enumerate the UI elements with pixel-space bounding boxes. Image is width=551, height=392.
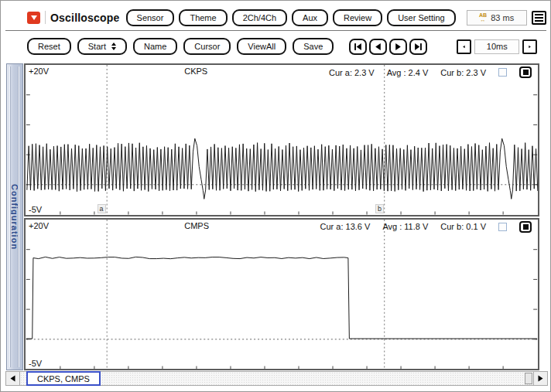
charts-stack: +20V CKPS Cur a: 2.3 V Avg : 2.4 V Cur b…: [24, 63, 539, 370]
configuration-label: Configuration: [10, 184, 19, 250]
cursor-b-label[interactable]: b: [375, 204, 384, 213]
divider: [45, 11, 46, 24]
oscilloscope-window: Oscilloscope Sensor Theme 2Ch/4Ch Aux Re…: [0, 0, 551, 392]
app-logo-icon[interactable]: [27, 12, 40, 24]
cursor-button[interactable]: Cursor: [183, 38, 231, 55]
arrow-left-icon: [10, 375, 15, 382]
record-nav-group: [349, 39, 427, 55]
readouts-row: Cur a: 2.3 V Avg : 2.4 V Cur b: 2.3 V: [329, 66, 532, 78]
cursor-b-readout: Cur b: 0.1 V: [440, 222, 486, 231]
user-setting-button[interactable]: User Setting: [387, 9, 456, 26]
timebase-group: 10ms: [457, 39, 537, 54]
down-triangle-icon: [31, 15, 37, 20]
step-back-icon: [374, 43, 382, 51]
theme-button[interactable]: Theme: [179, 9, 227, 26]
step-forward-icon: [394, 43, 402, 51]
arrow-right-icon: [529, 43, 531, 51]
cmps-waveform-plot[interactable]: [26, 220, 538, 370]
cursor-a-readout: Cur a: 2.3 V: [329, 68, 375, 77]
skip-first-icon: [354, 43, 362, 51]
y-min-label: -5V: [29, 205, 42, 214]
horizontal-scrollbar: CKPS, CMPS: [5, 371, 548, 386]
channel-checkbox[interactable]: [498, 68, 507, 77]
active-channels-label: CKPS, CMPS: [26, 371, 101, 386]
main-toolbar: Reset Start Name Cursor ViewAll Save: [5, 35, 546, 58]
cursor-a-readout: Cur a: 13.6 V: [320, 222, 371, 231]
top-toolbar: Oscilloscope Sensor Theme 2Ch/4Ch Aux Re…: [5, 5, 546, 31]
avg-readout: Avg : 2.4 V: [387, 68, 429, 77]
ab-cursor-icon: AB↔: [479, 13, 487, 22]
cursor-time-display: AB↔ 83 ms: [467, 10, 527, 26]
cursor-a-label[interactable]: a: [98, 204, 106, 213]
sensor-button[interactable]: Sensor: [126, 9, 175, 26]
reset-button[interactable]: Reset: [27, 38, 71, 55]
skip-last-icon: [414, 43, 423, 51]
channel-color-button[interactable]: [519, 66, 532, 78]
step-forward-button[interactable]: [389, 39, 407, 55]
chart-ckps[interactable]: +20V CKPS Cur a: 2.3 V Avg : 2.4 V Cur b…: [24, 63, 539, 216]
chart-cmps[interactable]: +20V CMPS Cur a: 13.6 V Avg : 11.8 V Cur…: [24, 218, 539, 371]
channel-checkbox[interactable]: [498, 223, 507, 231]
main-area: Configuration +20V CKPS Cur a: 2.3 V Avg…: [6, 63, 539, 370]
scroll-right-button[interactable]: [533, 372, 547, 385]
arrow-left-icon: [463, 43, 465, 51]
configuration-panel-handle[interactable]: Configuration: [6, 63, 23, 370]
arrow-right-icon: [538, 375, 543, 382]
y-max-label: +20V: [29, 221, 49, 230]
start-button-label: Start: [88, 42, 106, 51]
readouts-row: Cur a: 13.6 V Avg : 11.8 V Cur b: 0.1 V: [320, 221, 532, 233]
skip-last-button[interactable]: [409, 39, 427, 55]
channel-title: CKPS: [184, 66, 207, 76]
save-button[interactable]: Save: [293, 38, 334, 55]
updown-spinner-icon: [111, 43, 116, 50]
y-max-label: +20V: [29, 66, 49, 76]
aux-button[interactable]: Aux: [292, 9, 328, 26]
menu-icon[interactable]: [532, 11, 546, 25]
channel-mode-button[interactable]: 2Ch/4Ch: [232, 9, 287, 26]
scrollbar-thumb[interactable]: [525, 373, 532, 384]
skip-first-button[interactable]: [349, 39, 367, 55]
cursor-b-readout: Cur b: 2.3 V: [440, 68, 486, 77]
channel-title: CMPS: [184, 221, 209, 230]
scrollbar-track[interactable]: CKPS, CMPS: [20, 372, 533, 385]
review-button[interactable]: Review: [333, 9, 382, 26]
page-title: Oscilloscope: [50, 12, 120, 24]
timebase-decrease-button[interactable]: [457, 39, 471, 54]
timebase-value: 10ms: [474, 39, 519, 54]
cursor-delta-value: 83 ms: [491, 13, 514, 22]
y-min-label: -5V: [29, 359, 42, 368]
scroll-left-button[interactable]: [6, 372, 20, 385]
name-button[interactable]: Name: [133, 38, 177, 55]
viewall-button[interactable]: ViewAll: [237, 38, 286, 55]
channel-color-button[interactable]: [519, 221, 532, 233]
timebase-increase-button[interactable]: [522, 39, 537, 54]
avg-readout: Avg : 11.8 V: [382, 222, 428, 231]
step-back-button[interactable]: [369, 39, 387, 55]
ckps-waveform-plot[interactable]: [26, 65, 538, 215]
start-button[interactable]: Start: [77, 38, 127, 55]
